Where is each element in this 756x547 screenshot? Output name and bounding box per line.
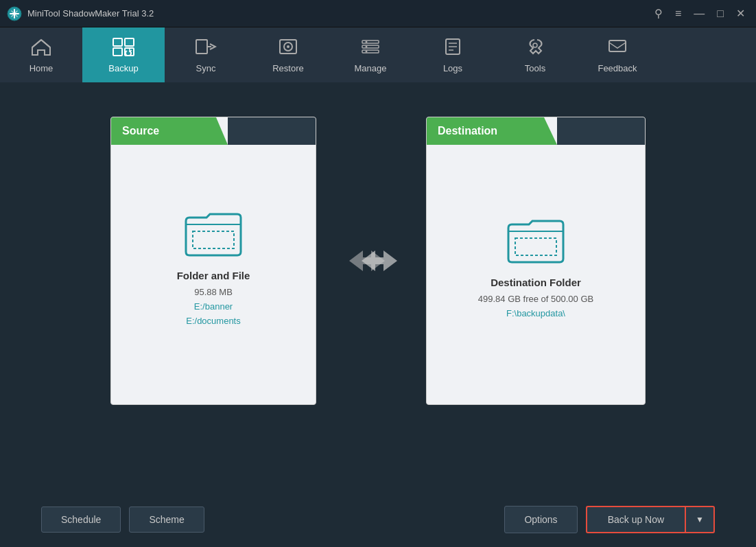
destination-card-content: Destination Folder 499.84 GB free of 500… (478, 214, 593, 321)
source-folder-icon (182, 207, 244, 259)
maximize-button[interactable]: □ (713, 8, 728, 20)
source-card[interactable]: Source Folder and File 95.88 MB E:/banne… (110, 117, 316, 405)
nav-item-backup[interactable]: Backup (82, 27, 165, 82)
svg-point-19 (533, 43, 537, 47)
feedback-label: Feedback (598, 63, 637, 73)
destination-size: 499.84 GB free of 500.00 GB (478, 294, 593, 304)
search-icon[interactable]: ⚲ (650, 7, 667, 20)
nav-bar: Home Backup Sync (0, 27, 756, 82)
menu-icon[interactable]: ≡ (671, 8, 685, 20)
dropdown-icon: ▼ (696, 515, 704, 524)
svg-point-12 (366, 40, 368, 43)
svg-rect-11 (362, 50, 379, 53)
restore-icon (278, 37, 298, 59)
destination-card-header: Destination (427, 117, 645, 145)
nav-item-tools[interactable]: Tools (494, 27, 576, 82)
title-bar: MiniTool ShadowMaker Trial 3.2 ⚲ ≡ — □ ✕ (0, 0, 756, 27)
svg-rect-5 (196, 40, 207, 54)
svg-rect-1 (113, 38, 122, 46)
svg-rect-3 (113, 48, 122, 56)
source-path-1: E:/banner (186, 300, 241, 314)
source-path-2: E:/documents (186, 314, 241, 329)
schedule-button[interactable]: Schedule (41, 507, 121, 533)
minimize-button[interactable]: — (689, 8, 709, 20)
nav-item-sync[interactable]: Sync (165, 27, 247, 82)
logs-label: Logs (443, 63, 462, 73)
home-label: Home (29, 63, 54, 73)
backup-icon (112, 37, 135, 59)
tools-icon (525, 37, 545, 59)
nav-item-home[interactable]: Home (0, 27, 82, 82)
sync-label: Sync (196, 63, 216, 73)
svg-rect-2 (125, 38, 134, 46)
home-icon (31, 37, 51, 59)
title-bar-left: MiniTool ShadowMaker Trial 3.2 (7, 6, 154, 21)
nav-item-feedback[interactable]: Feedback (576, 27, 659, 82)
svg-rect-10 (362, 45, 379, 48)
scheme-button[interactable]: Scheme (129, 507, 204, 533)
sync-icon (195, 37, 217, 59)
backup-now-button[interactable]: Back up Now (586, 506, 685, 533)
nav-item-logs[interactable]: Logs (412, 27, 494, 82)
nav-item-restore[interactable]: Restore (247, 27, 329, 82)
destination-path: F:\backupdata\ (506, 307, 565, 321)
svg-point-8 (287, 45, 290, 48)
source-label: Source (111, 117, 228, 145)
source-title: Folder and File (177, 270, 250, 281)
app-title: MiniTool ShadowMaker Trial 3.2 (27, 8, 154, 19)
destination-folder-icon (505, 214, 567, 266)
manage-icon (360, 37, 381, 59)
manage-label: Manage (355, 63, 387, 73)
svg-point-13 (366, 45, 368, 47)
destination-title: Destination Folder (491, 277, 581, 288)
feedback-icon (607, 37, 628, 59)
source-size: 95.88 MB (194, 287, 233, 297)
close-button[interactable]: ✕ (732, 7, 749, 20)
backup-label: Backup (108, 63, 138, 73)
options-button[interactable]: Options (504, 506, 577, 533)
backup-area: Source Folder and File 95.88 MB E:/banne… (41, 117, 715, 405)
bottom-right-buttons: Options Back up Now ▼ (504, 506, 715, 533)
bottom-bar: Schedule Scheme Options Back up Now ▼ (41, 492, 715, 533)
tools-label: Tools (525, 63, 545, 73)
title-bar-controls: ⚲ ≡ — □ ✕ (650, 7, 749, 20)
svg-rect-20 (609, 40, 626, 51)
destination-card[interactable]: Destination Destination Folder 499.84 GB… (426, 117, 646, 405)
source-paths: E:/banner E:/documents (186, 300, 241, 329)
destination-label: Destination (427, 117, 557, 145)
svg-rect-9 (362, 40, 379, 43)
backup-arrow (344, 244, 399, 278)
nav-item-manage[interactable]: Manage (329, 27, 412, 82)
source-card-content: Folder and File 95.88 MB E:/banner E:/do… (177, 207, 250, 329)
restore-label: Restore (272, 63, 304, 73)
bottom-left-buttons: Schedule Scheme (41, 507, 204, 533)
logs-icon (443, 37, 462, 59)
source-card-header: Source (111, 117, 316, 145)
svg-point-14 (366, 50, 368, 52)
destination-header-dark (557, 117, 645, 145)
app-logo (7, 6, 22, 21)
backup-dropdown-button[interactable]: ▼ (685, 506, 715, 533)
main-content: Source Folder and File 95.88 MB E:/banne… (0, 82, 756, 547)
source-header-dark (228, 117, 316, 145)
